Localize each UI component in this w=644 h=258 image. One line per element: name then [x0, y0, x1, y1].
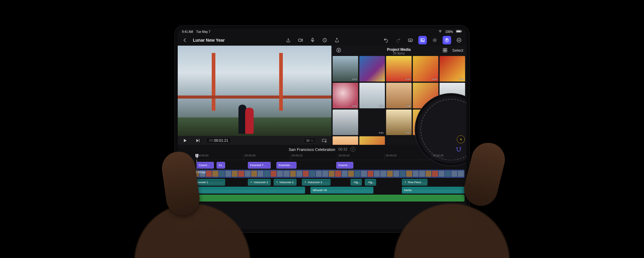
status-bar: 9:41 AM Tue May 7 100% [178, 29, 466, 35]
project-title: Lunar New Year [193, 38, 225, 43]
play-icon[interactable] [181, 136, 189, 145]
live-photo-icon[interactable] [430, 36, 439, 44]
track-video[interactable]: Golden Gate Bridge [180, 170, 464, 178]
timeline-clip[interactable]: Essent… [197, 162, 214, 169]
select-button[interactable]: Select [452, 48, 463, 53]
clip-duration: 0:02 [459, 78, 464, 81]
viewer-frame[interactable] [178, 46, 331, 136]
clip-duration: 0:08 [406, 105, 410, 107]
media-clip[interactable]: 0:08 [386, 83, 412, 108]
clip-duration: 0:01 [379, 131, 384, 134]
keyboard-icon[interactable] [406, 36, 415, 44]
ruler-tick: 00:00:20 [385, 154, 396, 160]
clip-duration: 0:06 [379, 105, 384, 107]
timecode[interactable]: 00:00:01:21 [206, 138, 231, 144]
back-icon[interactable] [181, 36, 189, 44]
status-date: Tue May 7 [196, 30, 211, 33]
clip-duration: 0:03 [352, 78, 357, 81]
voiceover-record-icon[interactable] [443, 36, 451, 44]
timeline-clip[interactable]: Golden Gate Bridge [180, 170, 464, 178]
clip-duration: 0:02 [352, 105, 357, 107]
timeline-clip[interactable]: Hig… [365, 179, 376, 186]
media-clip[interactable]: 0:06 [359, 83, 385, 108]
media-clip[interactable] [359, 136, 385, 145]
timeline-tracks[interactable]: Essen…Essent…Es…Essential T…Essential…Es… [178, 160, 466, 201]
media-clip[interactable]: 0:04 [413, 56, 438, 82]
ruler-tick: 00:00:10 [291, 154, 303, 160]
media-clip[interactable]: 0:03 [333, 56, 358, 82]
timeline-clip[interactable]: Voiceover 2 [248, 179, 271, 186]
timeline-clip[interactable]: Night Winds [180, 187, 305, 194]
info-icon[interactable]: i [351, 147, 355, 152]
timeline-title: San Francisco Celebration [289, 147, 335, 152]
svg-point-9 [422, 39, 422, 40]
ruler-tick: 00:00:25 [432, 154, 444, 160]
magnetic-tool-icon[interactable] [455, 147, 462, 153]
display-toggle-icon[interactable] [320, 136, 328, 145]
share-icon[interactable] [333, 36, 341, 44]
track-titles[interactable]: Essen…Essent…Es…Essential T…Essential…Es… [180, 162, 464, 169]
media-browser: Project Media 26 Items Select 0:030:090:… [331, 46, 466, 145]
media-clip[interactable]: 0:02 [333, 110, 358, 135]
svg-point-16 [459, 40, 459, 40]
track-voiceover[interactable]: Voiceover 1Voiceover 2Voiceover 2Voiceov… [180, 179, 464, 186]
timeline-clip[interactable]: Inertia [402, 187, 464, 194]
svg-rect-23 [443, 51, 445, 52]
clip-duration: 0:04 [432, 78, 437, 81]
photo-library-icon[interactable] [418, 36, 427, 44]
timeline-clip[interactable]: Time Piece [402, 179, 427, 186]
redo-icon[interactable] [394, 36, 402, 44]
svg-rect-13 [447, 39, 447, 40]
svg-point-11 [433, 38, 437, 42]
track-people[interactable]: n and Yang [180, 195, 464, 201]
battery-icon [456, 30, 462, 33]
media-clip[interactable]: 0:02 [440, 56, 465, 82]
import-icon[interactable] [284, 36, 293, 44]
undo-icon[interactable] [382, 36, 390, 44]
media-clip[interactable]: 0:02 [333, 83, 358, 108]
timeline-clip[interactable]: Es… [217, 162, 225, 169]
ruler-tick: 00:00:05 [244, 154, 255, 160]
camera-icon[interactable] [296, 36, 305, 44]
timeline-header: San Francisco Celebration 00:32 i [178, 145, 466, 154]
svg-point-20 [337, 48, 341, 52]
svg-point-17 [460, 40, 460, 40]
timeline-clip[interactable]: Essenti… [336, 162, 353, 169]
svg-rect-3 [461, 31, 462, 32]
grid-view-icon[interactable] [441, 46, 449, 54]
svg-rect-21 [443, 48, 445, 50]
timeline-clip[interactable]: Essential… [276, 162, 296, 169]
media-clip[interactable] [333, 136, 358, 145]
timeline-clip[interactable]: Voiceover 3 [302, 179, 331, 186]
timeline-ruler[interactable]: 00:00:0000:00:0500:00:1000:00:1500:00:20… [180, 154, 464, 160]
timeline-clip[interactable]: Essen… [180, 162, 194, 169]
svg-rect-22 [445, 48, 447, 50]
media-clip[interactable]: 0:01 [386, 110, 412, 135]
media-clip[interactable]: 0:10 [386, 56, 412, 82]
status-time: 9:41 AM [182, 30, 193, 33]
timeline-clip[interactable]: Hig… [351, 179, 362, 186]
zoom-level[interactable]: 38 % [304, 138, 316, 143]
timeline-clip[interactable]: Whoosh Hit [310, 187, 373, 194]
svg-rect-2 [457, 31, 461, 32]
timeline-clip[interactable]: Essential T… [248, 162, 271, 169]
ruler-tick: 00:00:15 [338, 154, 350, 160]
timeline-clip[interactable]: Voiceover 2 [274, 179, 296, 186]
sort-icon[interactable] [334, 46, 343, 54]
media-clip[interactable]: 0:09 [359, 56, 385, 82]
svg-rect-4 [298, 39, 301, 41]
timeline-clip[interactable]: Voiceover 1 [188, 179, 225, 186]
svg-point-19 [325, 141, 326, 142]
timeline-clip[interactable]: n and Yang [180, 195, 464, 201]
media-clip[interactable]: 0:01 [359, 110, 385, 135]
track-music[interactable]: Night WindsWhoosh HitInertia [180, 187, 464, 194]
markers-icon[interactable] [320, 36, 329, 44]
mic-icon[interactable] [308, 36, 317, 44]
transport-bar: 00:00:01:21 38 % [178, 136, 331, 145]
svg-point-0 [440, 32, 440, 33]
more-icon[interactable] [455, 36, 463, 44]
jog-close-icon[interactable]: ✕ [457, 135, 465, 143]
svg-rect-7 [408, 39, 413, 41]
clip-duration: 0:01 [406, 131, 410, 134]
next-frame-icon[interactable] [194, 136, 202, 145]
